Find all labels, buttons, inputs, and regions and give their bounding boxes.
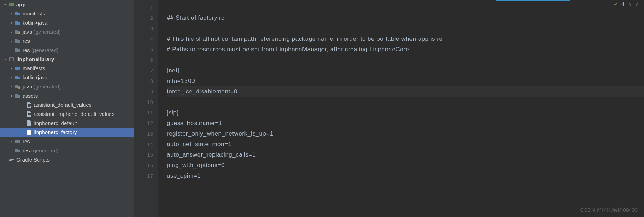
tree-label: manifests [23,64,45,73]
project-tree[interactable]: ▾ app ▸ manifests ▸ kotlin+java ▸ java (… [0,0,134,217]
chevron-right-icon: ▸ [8,27,14,37]
gutter-divider [158,0,162,217]
chevron-down-icon: ▾ [2,0,8,9]
svg-rect-9 [28,105,31,106]
tree-folder-manifests[interactable]: ▸ manifests [0,9,134,18]
svg-point-2 [18,32,20,34]
svg-rect-18 [28,133,31,133]
svg-rect-10 [28,106,30,107]
chevron-right-icon: ▸ [8,82,14,91]
tree-folder-res[interactable]: ▸ res [0,137,134,146]
tree-folder-res[interactable]: ▸ res [0,37,134,46]
tree-suffix: (generated) [34,27,61,37]
tree-module-linphonelibrary[interactable]: ▾ linphonelibrary [0,55,134,64]
svg-rect-15 [28,124,31,124]
svg-rect-11 [28,113,31,114]
module-icon [8,1,15,8]
folder-icon [15,74,21,81]
svg-rect-17 [28,132,31,132]
tree-label: res [23,46,30,55]
svg-rect-5 [11,58,12,61]
chevron-right-icon: ▸ [8,73,14,82]
tree-suffix: (generated) [31,146,59,155]
gradle-icon [8,157,15,163]
folder-res-icon [15,147,21,154]
chevron-down-icon[interactable]: ∨ [635,1,638,7]
folder-gen-icon [15,84,21,90]
svg-rect-4 [10,58,11,61]
tree-file[interactable]: assistant_default_values [0,100,134,110]
problems-count: 4 [621,1,624,7]
chevron-down-icon: ▾ [8,91,14,100]
check-icon: ✔ [614,1,618,7]
tree-label: linphonelibrary [16,55,54,64]
tree-suffix: (generated) [34,82,61,91]
tree-file[interactable]: assistant_linphone_default_values [0,110,134,119]
svg-rect-8 [28,104,31,105]
file-icon [26,120,32,126]
tree-label: java [23,82,32,91]
tree-label: assistant_default_values [34,100,91,110]
chevron-right-icon: ▸ [8,18,14,27]
tree-label: res [23,37,30,46]
tree-folder-res-generated[interactable]: res (generated) [0,146,134,155]
editor-gutter: 1234567891011121314151617 [134,0,158,217]
chevron-right-icon: ▸ [8,37,14,46]
tree-folder-manifests[interactable]: ▸ manifests [0,64,134,73]
tree-folder-res-generated[interactable]: res (generated) [0,46,134,55]
tree-module-app[interactable]: ▾ app [0,0,134,9]
folder-gen-icon [15,29,21,35]
file-icon [26,111,32,117]
tree-gradle-scripts[interactable]: Gradle Scripts [0,155,134,164]
file-icon [26,102,32,108]
svg-point-1 [10,4,11,5]
chevron-right-icon: ▸ [8,9,14,18]
folder-res-icon [15,38,21,44]
folder-res-icon [15,138,21,145]
svg-point-7 [18,87,20,89]
tree-folder-java-generated[interactable]: ▸ java (generated) [0,27,134,37]
tree-folder-assets[interactable]: ▾ assets [0,91,134,100]
folder-icon [15,11,21,17]
tree-label: Gradle Scripts [16,155,50,164]
svg-rect-0 [9,3,14,6]
tree-file[interactable]: linphonerc_default [0,119,134,128]
tree-label: assistant_linphone_default_values [34,110,114,119]
tree-folder-kotlinjava[interactable]: ▸ kotlin+java [0,18,134,27]
editor-content[interactable]: ## Start of factory rc# This file shall … [162,0,644,217]
tree-label: app [16,0,26,9]
tree-label: kotlin+java [23,18,47,27]
tab-accent [496,0,570,1]
svg-rect-19 [28,134,30,134]
code-editor[interactable]: 1234567891011121314151617 ## Start of fa… [134,0,644,217]
editor-status-bar: ✔ 4 ∧ ∨ [614,0,644,8]
library-icon [8,56,15,63]
chevron-up-icon[interactable]: ∧ [628,1,631,7]
tree-label: java [23,27,32,37]
tree-label: manifests [23,9,45,18]
tree-file-selected[interactable]: linphonerc_factory [0,128,134,137]
file-icon [26,129,32,136]
tree-label: linphonerc_factory [34,128,77,137]
tree-label: assets [23,91,38,100]
folder-icon [15,65,21,72]
chevron-right-icon: ▸ [8,137,14,146]
svg-rect-14 [28,123,31,123]
svg-rect-6 [12,58,13,61]
tree-suffix: (generated) [31,46,59,55]
folder-icon [15,20,21,26]
chevron-down-icon: ▾ [2,55,8,64]
tree-label: res [23,137,30,146]
svg-rect-16 [28,125,30,125]
svg-rect-12 [28,114,31,115]
folder-res-icon [15,47,21,53]
tree-folder-kotlinjava[interactable]: ▸ kotlin+java [0,73,134,82]
tree-folder-java-generated[interactable]: ▸ java (generated) [0,82,134,91]
chevron-right-icon: ▸ [8,64,14,73]
tree-label: kotlin+java [23,73,47,82]
tree-label: linphonerc_default [34,119,77,128]
svg-rect-13 [28,116,30,116]
folder-res-icon [15,93,21,99]
tree-label: res [23,146,30,155]
